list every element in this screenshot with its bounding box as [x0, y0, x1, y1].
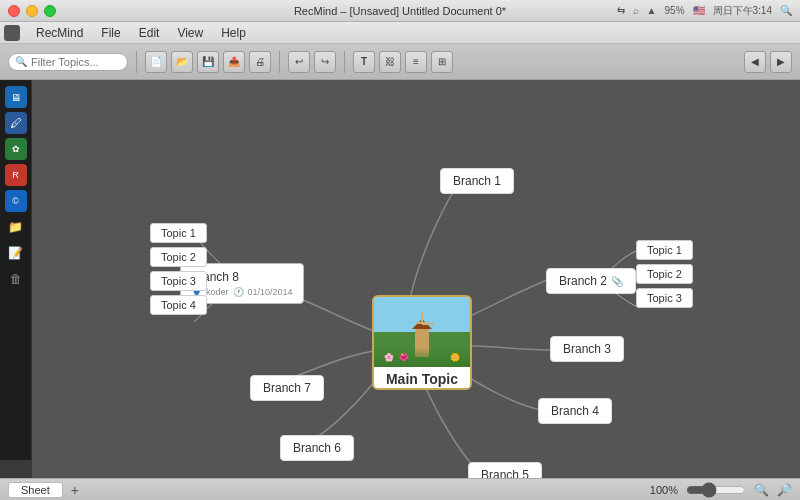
attachment-icon: 📎 — [611, 276, 623, 287]
branch-6-node[interactable]: Branch 6 — [280, 435, 354, 461]
dock: 🖥 🖊 ✿ R © 📁 📝 🗑 — [0, 80, 32, 460]
flag-icon: 🇺🇸 — [693, 5, 705, 16]
left-topic-3[interactable]: Topic 3 — [150, 271, 207, 291]
app-icon — [4, 25, 20, 41]
network-icon: ⇆ — [617, 5, 625, 16]
main-topic-node[interactable]: 🌸 🌺 🌼 Main Topic — [372, 295, 472, 390]
dock-icon-finder[interactable]: 🖥 — [5, 86, 27, 108]
clock-label: 周日下午3:14 — [713, 4, 772, 18]
branch-8-user: koder — [206, 287, 229, 297]
export-button[interactable]: 📤 — [223, 51, 245, 73]
toolbar: 🔍 📄 📂 💾 📤 🖨 ↩ ↪ T ⛓ ≡ ⊞ ◀ ▶ — [0, 44, 800, 80]
close-button[interactable] — [8, 5, 20, 17]
menu-edit[interactable]: Edit — [131, 24, 168, 42]
right-topic-2[interactable]: Topic 2 — [636, 264, 693, 284]
layout-button[interactable]: ⊞ — [431, 51, 453, 73]
magnifier-icon: 🔍 — [780, 5, 792, 16]
bottombar: Sheet + 100% 🔍 🔎 — [0, 478, 800, 500]
branch-4-label: Branch 4 — [551, 404, 599, 418]
dock-icon-3[interactable]: R — [5, 164, 27, 186]
save-button[interactable]: 💾 — [197, 51, 219, 73]
zoom-slider[interactable] — [686, 482, 746, 498]
left-topic-list: Topic 1 Topic 2 Topic 3 Topic 4 — [150, 223, 207, 315]
battery-label: 95% — [665, 5, 685, 16]
minimize-button[interactable] — [26, 5, 38, 17]
search-icon: 🔍 — [15, 56, 27, 67]
branch-7-label: Branch 7 — [263, 381, 311, 395]
dock-icon-4[interactable]: © — [5, 190, 27, 212]
redo-button[interactable]: ↪ — [314, 51, 336, 73]
open-button[interactable]: 📂 — [171, 51, 193, 73]
dock-icon-2[interactable]: ✿ — [5, 138, 27, 160]
add-sheet-button[interactable]: + — [71, 482, 79, 498]
dock-icon-1[interactable]: 🖊 — [5, 112, 27, 134]
search-icon-title: ⌕ — [633, 5, 639, 16]
branch-8-date: 01/10/2014 — [248, 287, 293, 297]
window-title: RecMind – [Unsaved] Untitled Document 0* — [294, 5, 506, 17]
link-button[interactable]: ⛓ — [379, 51, 401, 73]
collapse-button[interactable]: ◀ — [744, 51, 766, 73]
print-button[interactable]: 🖨 — [249, 51, 271, 73]
dock-icon-5[interactable]: 📁 — [5, 216, 27, 238]
right-topic-1[interactable]: Topic 1 — [636, 240, 693, 260]
blade-3 — [416, 322, 428, 324]
branch-6-label: Branch 6 — [293, 441, 341, 455]
sheet-tab[interactable]: Sheet — [8, 482, 63, 498]
main-topic-label: Main Topic — [374, 367, 470, 390]
right-topic-3[interactable]: Topic 3 — [636, 288, 693, 308]
new-button[interactable]: 📄 — [145, 51, 167, 73]
undo-button[interactable]: ↩ — [288, 51, 310, 73]
flower-3: 🌼 — [450, 353, 460, 362]
branch-4-node[interactable]: Branch 4 — [538, 398, 612, 424]
expand-button[interactable]: ▶ — [770, 51, 792, 73]
right-topic-list: Topic 1 Topic 2 Topic 3 — [636, 240, 693, 308]
branch-5-node[interactable]: Branch 5 — [468, 462, 542, 478]
clock-icon: 🕐 — [233, 287, 244, 297]
dock-icon-7[interactable]: 🗑 — [5, 268, 27, 290]
titlebar: RecMind – [Unsaved] Untitled Document 0*… — [0, 0, 800, 22]
canvas: 🌸 🌺 🌼 Main Topic Branch 1 Branch 2 📎 Bra… — [32, 80, 800, 478]
wifi-icon: ▲ — [647, 5, 657, 16]
left-topic-4[interactable]: Topic 4 — [150, 295, 207, 315]
left-topic-1[interactable]: Topic 1 — [150, 223, 207, 243]
main-topic-image: 🌸 🌺 🌼 — [374, 297, 470, 367]
search-input[interactable] — [31, 56, 121, 68]
branch-1-node[interactable]: Branch 1 — [440, 168, 514, 194]
zoom-label: 100% — [650, 484, 678, 496]
branch-5-label: Branch 5 — [481, 468, 529, 478]
titlebar-right-icons: ⇆ ⌕ ▲ 95% 🇺🇸 周日下午3:14 🔍 — [617, 4, 792, 18]
traffic-lights — [8, 5, 56, 17]
branch-3-node[interactable]: Branch 3 — [550, 336, 624, 362]
menu-help[interactable]: Help — [213, 24, 254, 42]
format-button[interactable]: ≡ — [405, 51, 427, 73]
zoom-out-icon[interactable]: 🔍 — [754, 483, 769, 497]
dock-icon-6[interactable]: 📝 — [5, 242, 27, 264]
branch-1-label: Branch 1 — [453, 174, 501, 188]
text-button[interactable]: T — [353, 51, 375, 73]
branch-2-label: Branch 2 — [559, 274, 607, 288]
toolbar-separator-2 — [279, 51, 280, 73]
flower-1: 🌸 — [384, 353, 394, 362]
branch-7-node[interactable]: Branch 7 — [250, 375, 324, 401]
flower-2: 🌺 — [399, 353, 409, 362]
branch-3-label: Branch 3 — [563, 342, 611, 356]
menu-file[interactable]: File — [93, 24, 128, 42]
toolbar-separator-3 — [344, 51, 345, 73]
menu-view[interactable]: View — [169, 24, 211, 42]
branch-2-node[interactable]: Branch 2 📎 — [546, 268, 636, 294]
left-topic-2[interactable]: Topic 2 — [150, 247, 207, 267]
toolbar-separator-1 — [136, 51, 137, 73]
menu-app[interactable]: RecMind — [28, 24, 91, 42]
search-box[interactable]: 🔍 — [8, 53, 128, 71]
maximize-button[interactable] — [44, 5, 56, 17]
zoom-in-icon[interactable]: 🔎 — [777, 483, 792, 497]
menubar: RecMind File Edit View Help — [0, 22, 800, 44]
